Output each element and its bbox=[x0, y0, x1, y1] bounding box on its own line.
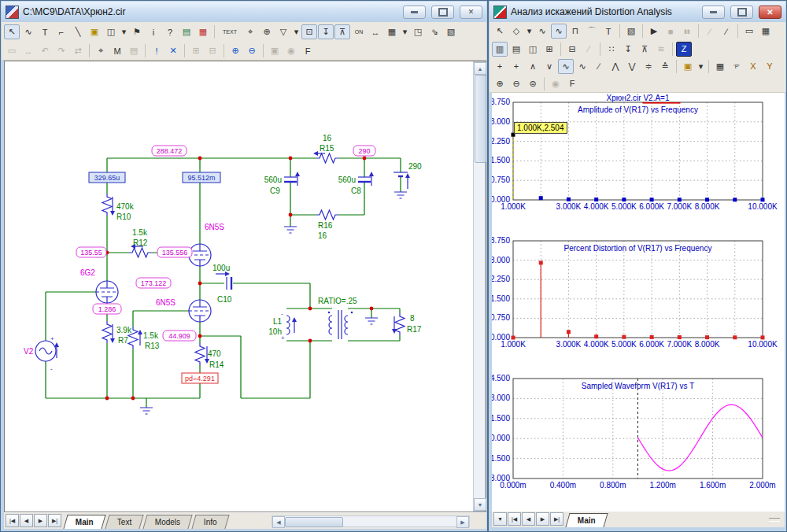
text-mode-tool[interactable]: T bbox=[37, 24, 53, 39]
component-browser[interactable]: ▣ bbox=[87, 24, 102, 39]
low-button[interactable]: ∿ bbox=[575, 59, 590, 74]
schematic-hscrollbar[interactable]: ◀ ▶ bbox=[272, 515, 470, 527]
numeric-output-grid[interactable]: ▦ bbox=[758, 24, 774, 39]
tube-6n5s-2[interactable] bbox=[189, 300, 211, 322]
splitter-handle[interactable] bbox=[769, 518, 780, 522]
scroll-down-icon[interactable]: ▼ bbox=[474, 498, 486, 511]
high-button[interactable]: ∿ bbox=[558, 59, 574, 74]
power-display-toggle[interactable]: ↧ bbox=[318, 24, 334, 39]
clear-circle[interactable]: ✕ bbox=[165, 43, 181, 58]
wire-mode-tool[interactable]: ∿ bbox=[20, 24, 36, 39]
node-numbers-toggle[interactable]: ⊕ bbox=[259, 24, 275, 39]
go-to-dropdown[interactable]: ▾ bbox=[696, 59, 705, 74]
run-button[interactable]: ▶ bbox=[646, 24, 662, 39]
redo[interactable]: ↷ bbox=[54, 43, 69, 58]
shape-tool[interactable]: ◫ bbox=[103, 24, 119, 39]
sine-source-v2[interactable]: + - bbox=[35, 335, 59, 372]
line-tool[interactable]: ∕ bbox=[702, 24, 718, 39]
node-voltages-toggle[interactable]: ▽ bbox=[275, 24, 291, 39]
scroll-right-icon[interactable]: ▶ bbox=[456, 516, 469, 528]
pin-connections-toggle[interactable]: ON bbox=[351, 24, 367, 39]
single-plot-toggle[interactable]: ⊟ bbox=[564, 42, 580, 57]
next-object-mode[interactable]: ⌒ bbox=[584, 24, 600, 39]
select-tool[interactable]: ↖ bbox=[492, 24, 508, 39]
resistor-r15[interactable] bbox=[313, 151, 338, 163]
first-page-button[interactable]: |◀ bbox=[508, 512, 521, 526]
analysis-restore-button[interactable] bbox=[730, 6, 753, 19]
shape-dropdown[interactable]: ▾ bbox=[120, 24, 128, 39]
next-page-button[interactable]: ▶ bbox=[34, 514, 47, 527]
tab-models[interactable]: Models bbox=[143, 515, 193, 529]
schematic-canvas[interactable]: + - bbox=[5, 61, 473, 512]
select-box-tool[interactable]: ▭ bbox=[741, 24, 757, 39]
first-page-button[interactable]: |◀ bbox=[6, 514, 19, 527]
y-scale-lock[interactable]: Y bbox=[762, 59, 778, 74]
z-expression-button[interactable]: Z bbox=[676, 42, 692, 57]
ortho-wire-tool[interactable]: ⌐ bbox=[54, 24, 69, 39]
top-button[interactable]: ≙ bbox=[657, 59, 673, 74]
component-dropdown[interactable]: ▾ bbox=[525, 24, 534, 39]
scale-box[interactable]: ▣ bbox=[267, 43, 283, 58]
info-circle[interactable]: ! bbox=[149, 43, 164, 58]
tab-info[interactable]: Info bbox=[192, 515, 230, 529]
resistor-r7[interactable] bbox=[102, 321, 115, 343]
cursor-left-button[interactable]: + bbox=[492, 59, 508, 74]
grid-text-toggle[interactable]: TEXT bbox=[218, 24, 242, 39]
grid-dropdown[interactable]: ▾ bbox=[401, 24, 409, 39]
zoom-in[interactable]: ⊕ bbox=[227, 43, 243, 58]
prev-page-button[interactable]: ◀ bbox=[522, 512, 535, 526]
box-mode[interactable]: ⊓ bbox=[567, 24, 583, 39]
slope-tool[interactable]: ∕ bbox=[581, 42, 597, 57]
border-toggle[interactable]: ◳ bbox=[410, 24, 426, 39]
zoom-out[interactable]: ⊖ bbox=[244, 43, 260, 58]
move-region[interactable]: ↔ bbox=[20, 43, 36, 58]
stamp-box-alt[interactable]: ⊟ bbox=[205, 43, 220, 58]
stamp-box[interactable]: ⊞ bbox=[188, 43, 204, 58]
undo[interactable]: ↶ bbox=[37, 43, 53, 58]
tube-6n5s-1[interactable] bbox=[189, 244, 211, 266]
analysis-plots[interactable]: 0.0000.7501.5002.2503.0003.7501.000K3.00… bbox=[492, 93, 785, 511]
transformer-l1[interactable]: - + bbox=[281, 310, 353, 342]
go-to-branch-button[interactable]: ▣ bbox=[680, 59, 696, 74]
global-high-button[interactable]: ⋀ bbox=[608, 59, 623, 74]
vscroll-thumb[interactable] bbox=[475, 75, 486, 163]
prev-page-button[interactable]: ◀ bbox=[20, 514, 33, 527]
diagonal-wire-tool[interactable]: ╲ bbox=[70, 24, 86, 39]
global-low-button[interactable]: ⋁ bbox=[624, 59, 640, 74]
close-button[interactable]: ✕ bbox=[460, 6, 482, 19]
polyline-tool[interactable]: ∕ bbox=[719, 24, 734, 39]
resistor-r16[interactable] bbox=[316, 210, 338, 220]
analysis-close-button[interactable]: ✕ bbox=[759, 6, 781, 19]
plot-two-panes[interactable]: ◫ bbox=[525, 42, 541, 57]
smoothing-toggle[interactable]: ≋ bbox=[653, 42, 669, 57]
capacitor-c10[interactable] bbox=[216, 272, 231, 290]
cross-wire-toggle[interactable]: ↔ bbox=[368, 24, 383, 39]
attribute-text-toggle[interactable]: ⌖ bbox=[242, 24, 258, 39]
properties-button[interactable]: ▧ bbox=[623, 24, 639, 39]
globe-button[interactable]: ◉ bbox=[548, 76, 563, 91]
voltage-state-dropdown[interactable]: ▾ bbox=[292, 24, 301, 39]
plot-horizontal-panes[interactable]: ▤ bbox=[508, 42, 524, 57]
pause-button[interactable]: ▮▮ bbox=[679, 24, 695, 39]
help-mode-tool[interactable]: ? bbox=[162, 24, 178, 39]
cursor-right-button[interactable]: + bbox=[508, 59, 524, 74]
inflection-button[interactable]: ∕ bbox=[591, 59, 607, 74]
next-page-button[interactable]: ▶ bbox=[536, 512, 549, 526]
ruler-toggle[interactable]: ⊼ bbox=[637, 42, 652, 57]
select-region[interactable]: ▭ bbox=[4, 43, 20, 58]
picture-tool[interactable]: ▤ bbox=[179, 24, 194, 39]
data-points-toggle[interactable]: ∷ bbox=[604, 42, 619, 57]
font-button[interactable]: F bbox=[300, 43, 316, 58]
hscroll-thumb[interactable] bbox=[285, 517, 343, 527]
find-list[interactable]: ▤ bbox=[126, 43, 142, 58]
tab-main[interactable]: Main bbox=[63, 515, 105, 529]
analysis-titlebar[interactable]: Анализ искажений Distortion Analysis ✕ bbox=[490, 2, 785, 23]
restore-button[interactable] bbox=[431, 6, 454, 19]
peak-button[interactable]: ∧ bbox=[525, 59, 541, 74]
bottom-button[interactable]: ≑ bbox=[641, 59, 656, 74]
token-toggle[interactable]: ↧ bbox=[620, 42, 636, 57]
zoom-out-button[interactable]: ⊖ bbox=[508, 76, 524, 91]
data-table-button[interactable]: ▦ bbox=[712, 59, 728, 74]
last-page-button[interactable]: ▶| bbox=[550, 512, 563, 526]
font-button[interactable]: F bbox=[564, 76, 580, 91]
